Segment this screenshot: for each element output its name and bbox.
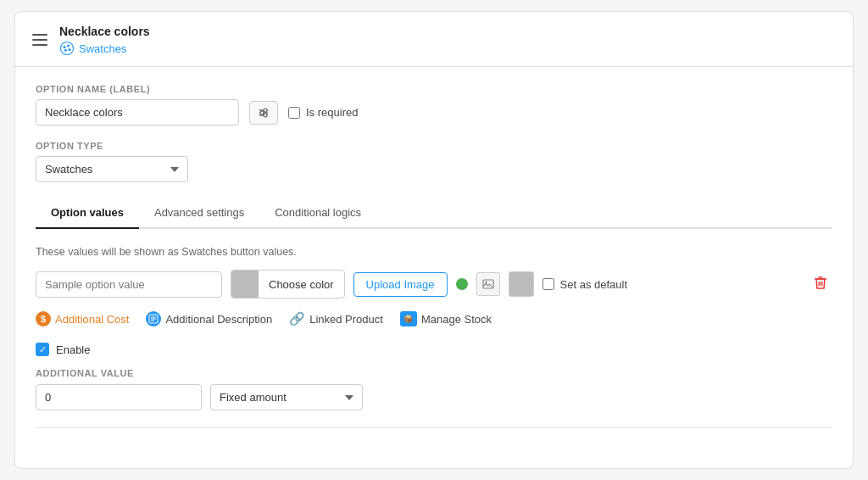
sub-tabs-container: $ Additional Cost Additional Description [36, 307, 832, 331]
additional-desc-label: Additional Description [165, 313, 272, 326]
upload-image-btn[interactable]: Upload Image [353, 272, 448, 297]
enable-row: ✓ Enable [36, 343, 832, 356]
additional-cost-icon: $ [36, 311, 51, 327]
sample-option-input[interactable] [36, 271, 222, 298]
svg-point-12 [485, 282, 487, 283]
card-body: OPTION NAME (LABEL) Is required [15, 67, 853, 445]
additional-cost-label: Additional Cost [55, 313, 129, 326]
option-type-label: OPTION TYPE [36, 141, 832, 151]
additional-value-row: Fixed amount Percentage [36, 384, 832, 410]
manage-stock-icon: 📦 [400, 311, 417, 327]
additional-value-label: ADDITIONAL VALUE [36, 368, 832, 378]
option-name-icon-btn[interactable] [249, 101, 278, 125]
bottom-divider [36, 427, 832, 428]
additional-value-input[interactable] [36, 384, 202, 410]
option-name-group: OPTION NAME (LABEL) Is required [36, 84, 832, 126]
option-type-group: OPTION TYPE Swatches Dropdown Radio Chec… [36, 141, 832, 182]
section-hint: These values will be shown as Swatches b… [36, 246, 832, 258]
tab-option-values[interactable]: Option values [36, 198, 139, 229]
additional-value-section: ADDITIONAL VALUE Fixed amount Percentage [36, 368, 832, 410]
svg-point-3 [69, 48, 71, 51]
tab-conditional-logics[interactable]: Conditional logics [259, 198, 376, 229]
option-type-select[interactable]: Swatches Dropdown Radio Checkbox [36, 156, 188, 182]
enable-label: Enable [56, 343, 90, 356]
tab-content-option-values: These values will be shown as Swatches b… [36, 246, 832, 410]
tabs-container: Option values Advanced settings Conditio… [36, 198, 832, 229]
choose-color-btn[interactable]: Choose color [231, 270, 345, 299]
svg-point-1 [64, 46, 66, 48]
is-required-label: Is required [306, 106, 358, 119]
linked-product-icon: 🔗 [289, 311, 305, 327]
is-required-checkbox[interactable] [288, 107, 300, 119]
header-subtitle[interactable]: Swatches [59, 41, 150, 56]
is-required-row: Is required [288, 106, 358, 119]
svg-point-8 [264, 109, 267, 112]
fixed-amount-select[interactable]: Fixed amount Percentage [210, 384, 363, 410]
svg-point-10 [264, 114, 267, 117]
option-name-input[interactable] [36, 99, 239, 126]
small-swatch-preview [509, 271, 534, 297]
svg-point-2 [67, 45, 70, 47]
image-icon [482, 279, 494, 289]
tab-advanced-settings[interactable]: Advanced settings [139, 198, 259, 229]
settings-icon [257, 106, 270, 120]
header-subtitle-text: Swatches [79, 42, 126, 55]
image-thumb-btn[interactable] [476, 272, 500, 296]
svg-point-4 [64, 49, 67, 52]
manage-stock-label: Manage Stock [421, 313, 492, 326]
header-info: Necklace colors Swatches [59, 24, 150, 56]
swatches-icon [59, 41, 75, 56]
option-value-row: Choose color Upload Image Set as default [36, 270, 832, 299]
svg-point-0 [61, 42, 74, 55]
header-title: Necklace colors [59, 24, 150, 39]
sub-tab-manage-stock[interactable]: 📦 Manage Stock [400, 307, 492, 331]
trash-icon [812, 274, 829, 291]
choose-color-label: Choose color [259, 273, 344, 296]
sub-tab-linked-product[interactable]: 🔗 Linked Product [289, 307, 383, 331]
option-name-row: Is required [36, 99, 832, 126]
svg-point-9 [260, 111, 264, 114]
color-swatch-preview [231, 271, 259, 298]
enable-checkbox[interactable]: ✓ [36, 343, 49, 356]
set-default-label: Set as default [560, 278, 628, 291]
color-dot-green [456, 278, 468, 290]
set-default-row: Set as default [542, 278, 628, 291]
additional-desc-icon [146, 311, 161, 327]
linked-product-label: Linked Product [309, 313, 383, 326]
card-header: Necklace colors Swatches [15, 12, 853, 67]
delete-btn[interactable] [809, 271, 832, 299]
hamburger-icon[interactable] [32, 34, 47, 46]
main-card: Necklace colors Swatches OPTION NAME (LA… [14, 11, 854, 469]
option-name-label: OPTION NAME (LABEL) [36, 84, 832, 94]
sub-tab-additional-description[interactable]: Additional Description [146, 307, 272, 331]
set-default-checkbox[interactable] [542, 278, 554, 290]
sub-tab-additional-cost[interactable]: $ Additional Cost [36, 307, 129, 331]
